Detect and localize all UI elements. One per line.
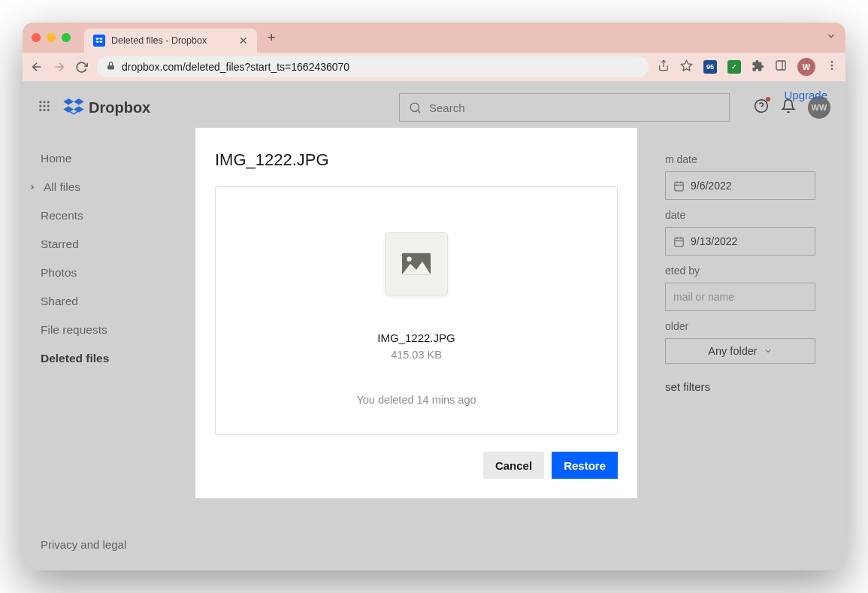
svg-point-7 bbox=[831, 61, 833, 63]
extensions-icon[interactable] bbox=[752, 59, 764, 75]
window-minimize-button[interactable] bbox=[47, 33, 56, 42]
window-close-button[interactable] bbox=[32, 33, 41, 42]
new-tab-button[interactable]: + bbox=[268, 30, 276, 46]
file-detail-modal: IMG_1222.JPG IMG_1222.JPG 415.03 KB You … bbox=[195, 128, 637, 498]
tab-close-icon[interactable]: ✕ bbox=[239, 35, 248, 47]
extension-95-icon[interactable]: 95 bbox=[703, 60, 717, 74]
image-thumbnail-icon bbox=[385, 232, 448, 295]
dropbox-favicon bbox=[93, 35, 105, 47]
address-bar[interactable]: dropbox.com/deleted_files?start_ts=16624… bbox=[97, 56, 649, 77]
file-card: IMG_1222.JPG 415.03 KB You deleted 14 mi… bbox=[215, 186, 618, 435]
file-name: IMG_1222.JPG bbox=[231, 331, 602, 344]
file-size: 415.03 KB bbox=[231, 349, 602, 361]
browser-tab[interactable]: Deleted files - Dropbox ✕ bbox=[84, 29, 257, 53]
url-text: dropbox.com/deleted_files?start_ts=16624… bbox=[122, 61, 349, 73]
profile-avatar[interactable]: W bbox=[797, 58, 815, 76]
lock-icon bbox=[106, 61, 116, 73]
svg-marker-4 bbox=[681, 60, 691, 70]
modal-title: IMG_1222.JPG bbox=[215, 150, 618, 170]
panel-icon[interactable] bbox=[775, 59, 787, 74]
bookmark-star-icon[interactable] bbox=[680, 59, 693, 75]
tab-title: Deleted files - Dropbox bbox=[111, 35, 233, 46]
svg-point-9 bbox=[831, 68, 833, 70]
svg-rect-5 bbox=[776, 61, 785, 70]
extension-check-icon[interactable]: ✓ bbox=[727, 60, 741, 74]
back-button[interactable] bbox=[30, 60, 44, 74]
cancel-button[interactable]: Cancel bbox=[483, 452, 544, 479]
kebab-menu-icon[interactable] bbox=[826, 59, 838, 74]
file-status: You deleted 14 mins ago bbox=[231, 394, 602, 406]
forward-button[interactable] bbox=[53, 60, 66, 74]
share-icon[interactable] bbox=[658, 59, 670, 74]
chevron-down-icon[interactable] bbox=[826, 31, 836, 44]
svg-point-32 bbox=[407, 257, 411, 262]
window-maximize-button[interactable] bbox=[62, 33, 71, 42]
svg-rect-2 bbox=[107, 65, 114, 69]
svg-point-8 bbox=[831, 65, 833, 67]
reload-button[interactable] bbox=[75, 61, 88, 74]
restore-button[interactable]: Restore bbox=[552, 452, 618, 479]
